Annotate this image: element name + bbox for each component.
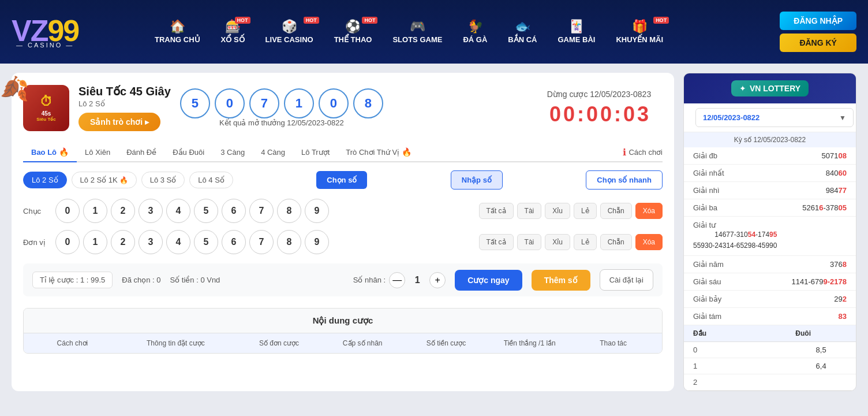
- gianhi-label: Giải nhì: [693, 186, 734, 195]
- nav-thethao[interactable]: HOT ⚽ THỂ THAO: [324, 16, 383, 49]
- vn-lottery-header: ✦ VN LOTTERY: [684, 73, 856, 103]
- donvi-8[interactable]: 8: [277, 230, 301, 254]
- chuc-6[interactable]: 6: [222, 199, 246, 223]
- chuc-7[interactable]: 7: [249, 199, 274, 223]
- login-button[interactable]: ĐĂNG NHẬP: [780, 12, 856, 30]
- nav-livecasino[interactable]: HOT 🎲 LIVE CASINO: [255, 16, 324, 49]
- tab-trochoi[interactable]: Trò Chơi Thứ Vị 🔥: [338, 143, 420, 162]
- gamebai-icon: 🃏: [568, 20, 584, 33]
- noidung-header: Nội dung cược: [24, 309, 662, 333]
- tab-dauduoi[interactable]: Đầu Đuôi: [164, 143, 212, 162]
- ball-3: 1: [284, 88, 314, 118]
- subtab-lo2so[interactable]: Lô 2 Số: [23, 172, 67, 188]
- date-dropdown[interactable]: 12/05/2023-0822 ▼: [695, 108, 854, 127]
- dau-duoi-row-1: 1 6,4: [684, 358, 856, 374]
- donvi-9[interactable]: 9: [305, 230, 329, 254]
- home-icon: 🏠: [170, 20, 185, 33]
- tab-baolo-fire: 🔥: [59, 147, 69, 157]
- nav-banca[interactable]: 🐟 BẮN CÁ: [497, 16, 547, 49]
- chuc-chan[interactable]: Chẵn: [600, 203, 632, 219]
- chuc-1[interactable]: 1: [83, 199, 107, 223]
- game-info: Siêu Tốc 45 Giây Lô 2 Số Sảnh trò chơi ▸: [78, 84, 171, 131]
- chuc-8[interactable]: 8: [277, 199, 301, 223]
- nav-xoso[interactable]: HOT 🎰 XỔ SỐ: [211, 16, 255, 49]
- chuc-0[interactable]: 0: [55, 199, 80, 223]
- nav-trangchu[interactable]: 🏠 TRANG CHỦ: [144, 16, 211, 49]
- donvi-le[interactable]: Lẻ: [574, 234, 597, 250]
- nav-khuyenmai[interactable]: HOT 🎁 KHUYẾN MÃI: [605, 16, 674, 49]
- donvi-0[interactable]: 0: [55, 230, 80, 254]
- caidatlai-button[interactable]: Cài đặt lại: [600, 269, 653, 291]
- thethao-icon: ⚽: [345, 20, 361, 33]
- thethao-hot-badge: HOT: [362, 17, 377, 24]
- subtab-lo3so[interactable]: Lô 3 Số: [141, 172, 185, 188]
- chuc-tai[interactable]: Tài: [517, 203, 542, 219]
- nav-gamebai[interactable]: 🃏 GAME BÀI: [547, 16, 605, 49]
- col-thongtin: Thông tin đặt cược: [117, 339, 235, 347]
- chuc-5[interactable]: 5: [194, 199, 218, 223]
- col-sodoncuoc: Số đơn cược: [240, 339, 319, 347]
- chuc-3[interactable]: 3: [139, 199, 163, 223]
- timer-m1: 0: [586, 102, 598, 127]
- donvi-xoa[interactable]: Xóa: [635, 234, 663, 250]
- chuc-label: Chục: [23, 207, 51, 216]
- chonso-button[interactable]: Chọn số: [316, 171, 367, 189]
- chonsonhanh-button[interactable]: Chọn số nhanh: [586, 170, 663, 190]
- chuc-tatca[interactable]: Tất cả: [479, 203, 514, 219]
- game-subtitle: Lô 2 Số: [78, 99, 171, 108]
- themso-button[interactable]: Thêm số: [532, 270, 590, 291]
- result-gianhat: Giải nhất 84060: [684, 165, 856, 182]
- nav-daga-label: ĐÁ GÀ: [463, 35, 487, 44]
- chuc-xoa[interactable]: Xóa: [635, 203, 663, 219]
- donvi-tai[interactable]: Tài: [517, 234, 542, 250]
- donvi-chan[interactable]: Chẵn: [600, 234, 632, 250]
- chuc-9[interactable]: 9: [305, 199, 329, 223]
- nav-slotsgame[interactable]: 🎮 SLOTS GAME: [382, 16, 452, 49]
- donvi-6[interactable]: 6: [222, 230, 246, 254]
- result-giatu: Giải tư 14677-31054-17495 55930-24314-65…: [684, 217, 856, 256]
- col-tienthanglance: Tiền thắng /1 lần: [490, 339, 569, 347]
- donvi-tatca[interactable]: Tất cả: [479, 234, 514, 250]
- donvi-4[interactable]: 4: [166, 230, 190, 254]
- donvi-5[interactable]: 5: [194, 230, 218, 254]
- chuc-xiu[interactable]: Xỉu: [545, 203, 570, 219]
- vn-lottery-panel: ✦ VN LOTTERY 12/05/2023-0822 ▼ Kỳ số 12/…: [683, 73, 856, 391]
- date-dropdown-wrapper: 12/05/2023-0822 ▼: [684, 103, 856, 132]
- info-icon: ℹ: [623, 147, 626, 158]
- tab-danhde[interactable]: Đánh Đề: [118, 143, 164, 162]
- nav-xoso-label: XỔ SỐ: [221, 35, 245, 44]
- tab-3cang[interactable]: 3 Càng: [212, 143, 253, 162]
- sanh-button[interactable]: Sảnh trò chơi ▸: [78, 113, 160, 131]
- tab-loxien[interactable]: Lô Xiên: [77, 143, 118, 162]
- number-section: Chục 0 1 2 3 4 5 6 7 8 9 Tất cả Tài Xỉu: [23, 199, 663, 254]
- timer-label: Dừng cược 12/05/2023-0823: [536, 90, 663, 99]
- giadb-val: 507108: [822, 151, 847, 160]
- subtab-lo2so-label: Lô 2 Số: [32, 176, 58, 184]
- donvi-xiu[interactable]: Xỉu: [545, 234, 570, 250]
- register-button[interactable]: ĐĂNG KÝ: [780, 34, 856, 52]
- chuc-2[interactable]: 2: [111, 199, 135, 223]
- cuocngay-button[interactable]: Cược ngay: [455, 270, 522, 291]
- plus-button[interactable]: +: [429, 272, 446, 288]
- cach-choi-label: Cách chơi: [628, 148, 663, 157]
- donvi-2[interactable]: 2: [111, 230, 135, 254]
- slotsgame-icon: 🎮: [410, 20, 425, 33]
- subtab-lo2so1k[interactable]: Lô 2 Số 1K 🔥: [72, 172, 137, 188]
- tab-4cang[interactable]: 4 Càng: [253, 143, 293, 162]
- donvi-3[interactable]: 3: [139, 230, 163, 254]
- chuc-4[interactable]: 4: [166, 199, 190, 223]
- giatu-val: 14677-31054-17495 55930-24314-65298-4599…: [693, 229, 777, 251]
- tab-lotruot[interactable]: Lô Trượt: [293, 143, 338, 162]
- nav-daga[interactable]: 🐓 ĐÁ GÀ: [452, 16, 497, 49]
- subtab-lo4so[interactable]: Lô 4 Số: [189, 172, 233, 188]
- cach-choi-button[interactable]: ℹ Cách chơi: [623, 147, 663, 158]
- so-nhan-label: Số nhân :: [353, 276, 386, 284]
- donvi-7[interactable]: 7: [249, 230, 274, 254]
- minus-button[interactable]: —: [389, 272, 405, 288]
- nhapso-button[interactable]: Nhập số: [451, 170, 503, 190]
- timer-h1: 0: [549, 102, 561, 127]
- tab-baolo[interactable]: Bao Lô 🔥: [23, 143, 77, 162]
- donvi-1[interactable]: 1: [83, 230, 107, 254]
- tab-dauduoi-label: Đầu Đuôi: [173, 148, 204, 157]
- chuc-le[interactable]: Lẻ: [574, 203, 597, 219]
